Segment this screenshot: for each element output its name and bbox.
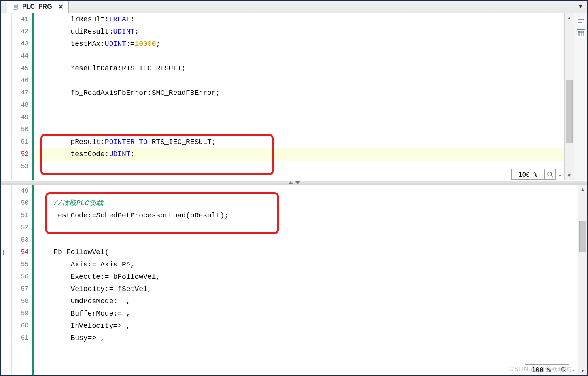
pane-splitter[interactable]: [1, 180, 587, 185]
svg-rect-0: [13, 4, 17, 9]
code-line[interactable]: BufferMode:= ,: [36, 308, 578, 320]
code-line[interactable]: [36, 185, 578, 197]
code-line[interactable]: reseultData:RTS_IEC_RESULT;: [36, 62, 564, 75]
scroll-up-icon[interactable]: ▲: [578, 185, 587, 194]
line-number: 60: [12, 320, 28, 332]
splitter-down-icon: [295, 181, 300, 184]
chevron-down-icon[interactable]: ⌄: [556, 169, 564, 180]
scroll-thumb[interactable]: [579, 221, 586, 252]
code-line[interactable]: [36, 234, 578, 246]
line-number: 44: [12, 50, 28, 62]
code-area-declarations[interactable]: lrResult:LREAL; udiResult:UDINT; testMAx…: [34, 13, 564, 180]
code-line[interactable]: testCode:UDINT;: [36, 148, 564, 161]
line-number: 52: [12, 222, 28, 234]
line-number: 56: [12, 271, 28, 283]
code-line[interactable]: Fb_FollowVel(: [36, 246, 578, 259]
line-number: 41: [12, 13, 28, 26]
line-gutter: 49505152535455565758596061: [12, 185, 32, 375]
line-number: 43: [12, 38, 28, 50]
splitter-up-icon: [288, 181, 293, 184]
zoom-magnifier-icon[interactable]: [545, 169, 556, 180]
document-icon: [12, 3, 19, 10]
line-number: 53: [12, 234, 28, 246]
side-toolbar: [574, 13, 587, 180]
close-icon[interactable]: ✕: [58, 2, 64, 11]
code-line[interactable]: Velocity:= fSetVel,: [36, 283, 578, 295]
scroll-up-icon[interactable]: ▲: [565, 13, 574, 22]
line-number: 42: [12, 26, 28, 38]
text-caret: [134, 151, 134, 158]
line-number: 61: [12, 332, 28, 344]
text-view-icon[interactable]: [577, 17, 585, 25]
line-number: 54: [12, 246, 28, 259]
watermark-text: CSDN @烟台欧瑞纯: [509, 365, 571, 374]
svg-rect-7: [578, 31, 584, 36]
scroll-thumb[interactable]: [566, 80, 573, 143]
fold-column: −: [1, 185, 12, 375]
declaration-pane: 41424344454647484950515253 lrResult:LREA…: [1, 13, 587, 180]
code-line[interactable]: CmdPosMode:= ,: [36, 295, 578, 308]
implementation-pane: − 49505152535455565758596061 //读取PLC负载 t…: [1, 185, 587, 375]
vertical-scrollbar[interactable]: ▲ ▼: [578, 185, 587, 375]
tab-menu-dropdown[interactable]: ▼: [578, 3, 583, 9]
line-number: 50: [12, 124, 28, 136]
line-gutter: 41424344454647484950515253: [12, 13, 32, 180]
fold-column: [1, 13, 12, 180]
code-line[interactable]: [36, 99, 564, 111]
code-line[interactable]: [36, 111, 564, 124]
code-line[interactable]: Busy=> ,: [36, 332, 578, 344]
code-line[interactable]: [36, 124, 564, 136]
code-area-implementation[interactable]: //读取PLC负载 testCode:=SchedGetProcessorLoa…: [34, 185, 578, 375]
line-number: 59: [12, 308, 28, 320]
line-number: 53: [12, 161, 28, 173]
code-line[interactable]: [36, 161, 564, 173]
code-line[interactable]: [36, 50, 564, 62]
line-number: 58: [12, 295, 28, 308]
code-line[interactable]: [36, 222, 578, 234]
code-line[interactable]: lrResult:LREAL;: [36, 13, 564, 26]
editor-area: 41424344454647484950515253 lrResult:LREA…: [1, 13, 587, 375]
code-line[interactable]: udiResult:UDINT;: [36, 26, 564, 38]
svg-line-12: [551, 176, 553, 177]
code-line[interactable]: pResult:POINTER TO RTS_IEC_RESULT;: [36, 136, 564, 148]
tab-title: PLC_PRG: [22, 3, 52, 10]
line-number: 51: [12, 210, 28, 222]
table-view-icon[interactable]: [577, 29, 585, 38]
code-line[interactable]: testCode:=SchedGetProcessorLoad(pResult)…: [36, 210, 578, 222]
code-line[interactable]: //读取PLC负载: [36, 197, 578, 210]
line-number: 49: [12, 111, 28, 124]
code-line[interactable]: Execute:= bFollowVel,: [36, 271, 578, 283]
line-number: 48: [12, 99, 28, 111]
tab-bar: PLC_PRG ✕ ▼: [1, 1, 587, 13]
line-number: 45: [12, 62, 28, 75]
fold-toggle-icon[interactable]: −: [3, 250, 8, 255]
scroll-down-icon[interactable]: ▼: [578, 367, 587, 375]
line-number: 49: [12, 185, 28, 197]
code-line[interactable]: Axis:= Axis_P^,: [36, 259, 578, 271]
zoom-value[interactable]: 100 %: [511, 169, 545, 180]
line-number: 50: [12, 197, 28, 210]
code-line[interactable]: InVelocity=> ,: [36, 320, 578, 332]
code-line[interactable]: testMAx:UDINT:=10000;: [36, 38, 564, 50]
line-number: 46: [12, 75, 28, 87]
scroll-down-icon[interactable]: ▼: [565, 171, 574, 180]
line-number: 51: [12, 136, 28, 148]
tab-plc-prg[interactable]: PLC_PRG ✕: [7, 0, 69, 13]
code-line[interactable]: [36, 75, 564, 87]
code-line[interactable]: fb_ReadAxisFbError:SMC_ReadFBError;: [36, 87, 564, 99]
line-number: 57: [12, 283, 28, 295]
line-number: 47: [12, 87, 28, 99]
line-number: 52: [12, 148, 28, 161]
svg-point-11: [548, 172, 552, 176]
zoom-control: 100 % ⌄: [511, 169, 564, 180]
line-number: 55: [12, 259, 28, 271]
vertical-scrollbar[interactable]: ▲ ▼: [564, 13, 574, 180]
